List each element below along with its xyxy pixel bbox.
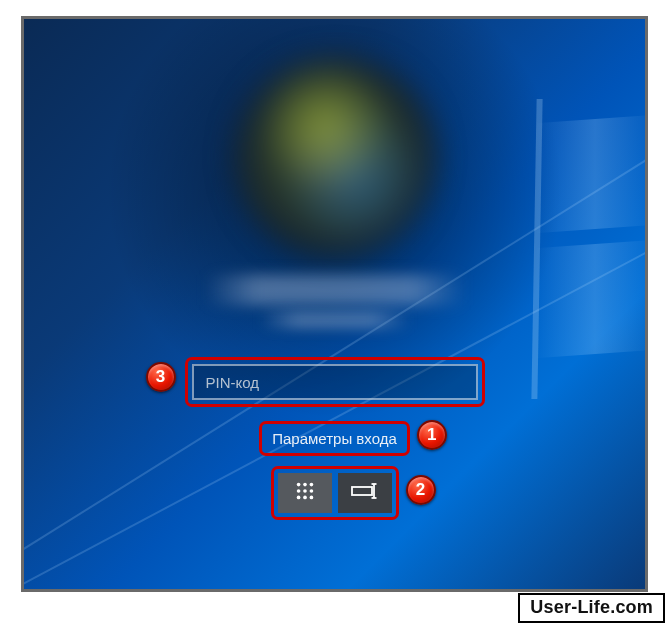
annotation-badge-3: 3 xyxy=(146,362,176,392)
annotation-badge-1: 1 xyxy=(417,420,447,450)
keypad-icon xyxy=(294,480,316,506)
signin-option-pin-button[interactable] xyxy=(278,473,332,513)
svg-point-3 xyxy=(296,489,300,493)
svg-point-1 xyxy=(303,483,307,487)
user-email-blurred xyxy=(260,311,410,329)
svg-point-4 xyxy=(303,489,307,493)
svg-point-6 xyxy=(296,496,300,500)
signin-options-link[interactable]: Параметры входа xyxy=(266,428,403,449)
annotation-badge-2: 2 xyxy=(406,475,436,505)
signin-option-password-button[interactable] xyxy=(338,473,392,513)
watermark: User-Life.com xyxy=(518,593,665,623)
password-field-icon xyxy=(351,482,379,504)
pin-input[interactable] xyxy=(192,364,478,400)
svg-point-5 xyxy=(309,489,313,493)
user-name-blurred xyxy=(205,275,465,305)
user-avatar xyxy=(235,57,435,257)
svg-point-7 xyxy=(303,496,307,500)
svg-point-0 xyxy=(296,483,300,487)
annotation-icons-box: 2 xyxy=(271,466,399,520)
svg-point-8 xyxy=(309,496,313,500)
svg-rect-9 xyxy=(352,487,372,495)
annotation-pin-box: 3 xyxy=(185,357,485,407)
windows-lock-screen: 3 Параметры входа 1 xyxy=(21,16,648,592)
annotation-options-box: Параметры входа 1 xyxy=(259,421,410,456)
svg-point-2 xyxy=(309,483,313,487)
